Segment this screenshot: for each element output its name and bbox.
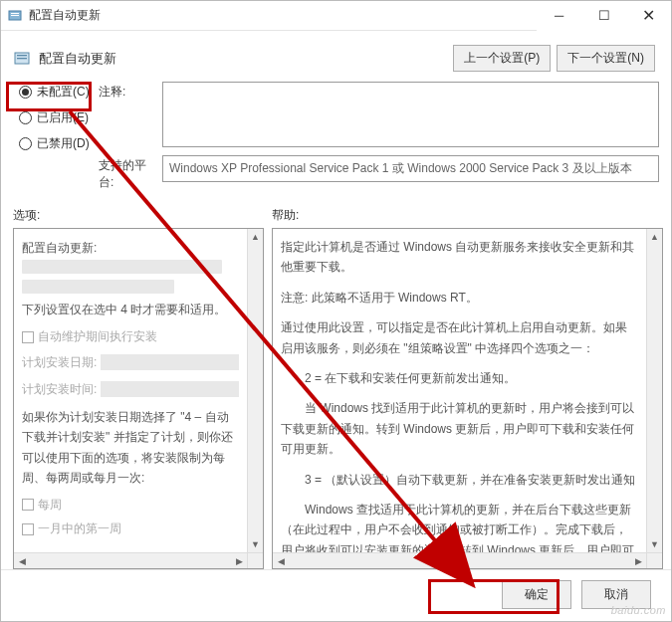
scroll-up-icon[interactable]: ▲ <box>647 229 663 245</box>
checkbox-weekly[interactable]: 每周 <box>22 495 239 515</box>
radio-group: 未配置(C) 已启用(E) 已禁用(D) <box>19 82 99 191</box>
scroll-left-icon[interactable]: ◀ <box>273 553 289 569</box>
checkbox-firstweek[interactable]: 一月中的第一周 <box>22 518 239 538</box>
prev-setting-button[interactable]: 上一个设置(P) <box>453 45 551 72</box>
help-vscroll[interactable]: ▲ ▼ <box>646 229 662 552</box>
panes: 配置自动更新: 下列设置仅在选中 4 时才需要和适用。 自动维护期间执行安装 计… <box>1 228 671 569</box>
header-title: 配置自动更新 <box>39 50 447 68</box>
platform-text: Windows XP Professional Service Pack 1 或… <box>162 155 659 182</box>
dropdown-config-type[interactable] <box>22 260 222 274</box>
svg-rect-1 <box>11 13 19 14</box>
help-p7: Windows 查找适用于此计算机的更新，并在后台下载这些更新（在此过程中，用户… <box>281 500 638 552</box>
next-setting-button[interactable]: 下一个设置(N) <box>557 45 655 72</box>
options-label: 选项: <box>13 207 272 224</box>
scroll-down-icon[interactable]: ▼ <box>248 536 264 552</box>
checkbox-maintenance[interactable]: 自动维护期间执行安装 <box>22 326 239 346</box>
sched-day-label: 计划安装日期: <box>22 352 97 372</box>
sched-day-dropdown[interactable] <box>101 354 239 370</box>
help-p1: 指定此计算机是否通过 Windows 自动更新服务来接收安全更新和其他重要下载。 <box>281 237 638 278</box>
comment-label: 注释: <box>99 82 156 101</box>
window-title: 配置自动更新 <box>29 7 537 24</box>
platform-row: 支持的平台: Windows XP Professional Service P… <box>99 155 659 191</box>
scroll-right-icon[interactable]: ▶ <box>630 553 646 569</box>
options-pane: 配置自动更新: 下列设置仅在选中 4 时才需要和适用。 自动维护期间执行安装 计… <box>13 228 264 569</box>
close-button[interactable]: ✕ <box>626 1 671 31</box>
help-p4: 2 = 在下载和安装任何更新前发出通知。 <box>281 368 638 388</box>
options-content: 配置自动更新: 下列设置仅在选中 4 时才需要和适用。 自动维护期间执行安装 计… <box>14 229 247 552</box>
comment-row: 注释: <box>99 82 659 147</box>
options-paragraph: 如果你为计划安装日期选择了 "4 – 自动下载并计划安装" 并指定了计划，则你还… <box>22 407 239 489</box>
scroll-up-icon[interactable]: ▲ <box>248 229 264 245</box>
ok-button[interactable]: 确定 <box>502 580 571 609</box>
radio-icon <box>19 86 32 99</box>
titlebar: 配置自动更新 ─ ☐ ✕ <box>1 1 671 31</box>
app-icon <box>7 8 23 24</box>
radio-disabled[interactable]: 已禁用(D) <box>19 135 99 151</box>
policy-icon <box>13 50 31 68</box>
options-title: 配置自动更新: <box>22 238 239 258</box>
sched-day-row: 计划安装日期: <box>22 352 239 372</box>
help-pane: 指定此计算机是否通过 Windows 自动更新服务来接收安全更新和其他重要下载。… <box>272 228 663 569</box>
sched-time-dropdown[interactable] <box>101 381 239 397</box>
platform-label: 支持的平台: <box>99 155 156 191</box>
scroll-down-icon[interactable]: ▼ <box>647 536 663 552</box>
config-area: 未配置(C) 已启用(E) 已禁用(D) 注释: 支持的平台: Windows … <box>1 82 671 197</box>
radio-icon <box>19 111 32 124</box>
options-hscroll[interactable]: ◀ ▶ <box>14 552 247 568</box>
maximize-button[interactable]: ☐ <box>581 1 626 31</box>
help-hscroll[interactable]: ◀ ▶ <box>273 552 646 568</box>
radio-icon <box>19 137 32 150</box>
comment-textarea[interactable] <box>162 82 659 147</box>
radio-enabled[interactable]: 已启用(E) <box>19 109 99 125</box>
options-vscroll[interactable]: ▲ ▼ <box>247 229 263 552</box>
svg-rect-2 <box>11 15 19 16</box>
watermark: baidu.com <box>611 604 666 616</box>
policy-window: 配置自动更新 ─ ☐ ✕ 配置自动更新 上一个设置(P) 下一个设置(N) 未配… <box>0 0 672 622</box>
scroll-corner <box>646 552 662 568</box>
help-p6: 3 = （默认设置）自动下载更新，并在准备安装更新时发出通知 <box>281 470 638 490</box>
header: 配置自动更新 上一个设置(P) 下一个设置(N) <box>1 31 671 82</box>
option-placeholder <box>22 280 174 294</box>
help-content: 指定此计算机是否通过 Windows 自动更新服务来接收安全更新和其他重要下载。… <box>273 229 646 552</box>
minimize-button[interactable]: ─ <box>537 1 581 31</box>
pane-labels: 选项: 帮助: <box>1 197 671 228</box>
help-label: 帮助: <box>272 207 299 224</box>
options-note: 下列设置仅在选中 4 时才需要和适用。 <box>22 300 239 319</box>
scroll-right-icon[interactable]: ▶ <box>231 553 247 569</box>
help-p2: 注意: 此策略不适用于 Windows RT。 <box>281 288 638 308</box>
svg-rect-5 <box>17 58 27 59</box>
scroll-left-icon[interactable]: ◀ <box>14 553 30 569</box>
help-p5: 当 Windows 找到适用于此计算机的更新时，用户将会接到可以下载更新的通知。… <box>281 398 638 459</box>
scroll-corner <box>247 552 263 568</box>
sched-time-row: 计划安装时间: <box>22 379 239 399</box>
svg-rect-4 <box>17 55 27 56</box>
sched-time-label: 计划安装时间: <box>22 379 97 399</box>
footer: 确定 取消 <box>1 569 671 621</box>
help-p3: 通过使用此设置，可以指定是否在此计算机上启用自动更新。如果启用该服务，则必须在 … <box>281 317 638 358</box>
radio-not-configured[interactable]: 未配置(C) <box>19 84 99 100</box>
